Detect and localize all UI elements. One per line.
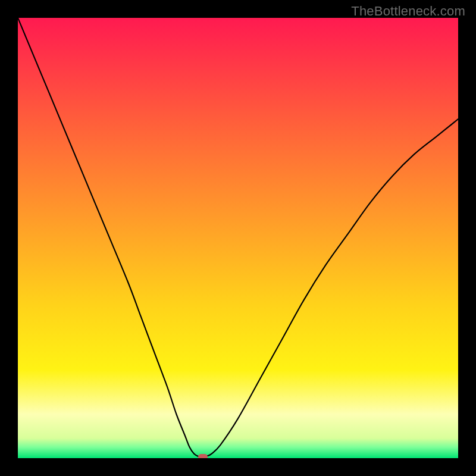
watermark-text: TheBottleneck.com bbox=[351, 4, 465, 19]
chart-frame: TheBottleneck.com bbox=[0, 0, 476, 476]
optimal-point-marker bbox=[198, 454, 208, 458]
plot-area bbox=[18, 18, 458, 458]
curve-layer bbox=[18, 18, 458, 458]
